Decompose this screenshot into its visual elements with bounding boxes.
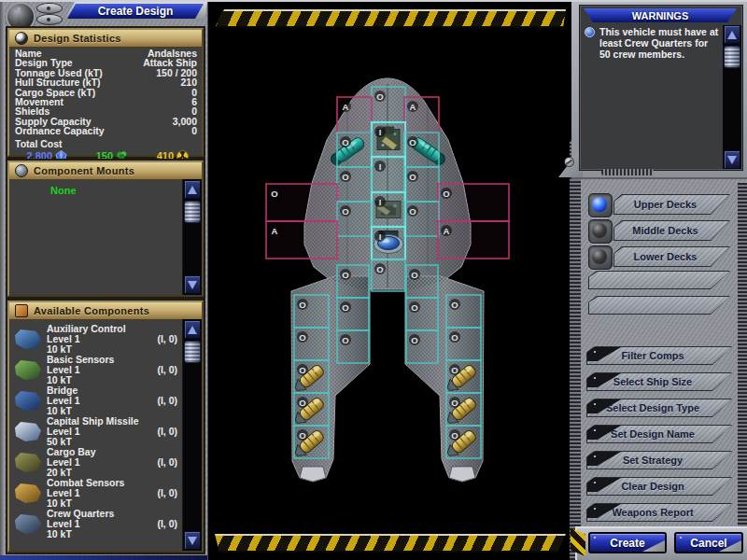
slot-label: O xyxy=(411,335,417,345)
component-info: (I, 0) xyxy=(157,457,177,468)
component-mounts-panel: Component Mounts None xyxy=(7,161,204,297)
cancel-button[interactable]: Cancel xyxy=(674,532,743,553)
slot-label: I xyxy=(379,231,382,242)
component-list-item[interactable]: Auxiliary ControlLevel 1(I, 0)10 kT xyxy=(9,324,182,355)
slot-label: O xyxy=(451,365,458,375)
slot-label: O xyxy=(299,430,305,441)
deck-button-middle-decks[interactable]: Middle Decks xyxy=(614,221,729,240)
deck-led-2[interactable] xyxy=(588,219,613,244)
slot-label: O xyxy=(409,137,416,147)
component-info: (I, 0) xyxy=(157,396,177,406)
slot-label: O xyxy=(342,172,348,182)
page-title: Create Design xyxy=(67,4,204,19)
scroll-down-button[interactable] xyxy=(724,150,740,169)
slot-label: O xyxy=(271,189,277,199)
mounts-none-item[interactable]: None xyxy=(50,185,77,196)
component-icon-box xyxy=(9,355,47,385)
scroll-thumb[interactable] xyxy=(184,201,201,223)
slot-label: I xyxy=(379,127,382,137)
slot-label: O xyxy=(299,365,305,375)
scroll-up-button[interactable] xyxy=(724,25,740,44)
down-arrow-icon xyxy=(188,537,197,545)
down-arrow-icon xyxy=(188,281,197,289)
component-info: (I, 0) xyxy=(157,334,177,344)
deck-led-3[interactable] xyxy=(588,245,613,270)
component-list: Auxiliary ControlLevel 1(I, 0)10 kTBasic… xyxy=(9,319,182,551)
empty-slot-face xyxy=(589,297,729,314)
auxiliary-control-icon xyxy=(15,329,41,349)
statistics-icon xyxy=(15,32,28,45)
scroll-down-button[interactable] xyxy=(184,531,201,550)
slot-label: O xyxy=(342,335,348,345)
empty-slot-bar xyxy=(588,296,730,315)
component-list-item[interactable]: Combat SensorsLevel 1(I, 0)10 kT xyxy=(9,478,182,509)
hazard-stripe-bottom xyxy=(215,534,566,553)
combat-sensors-icon xyxy=(15,483,41,503)
scroll-up-button[interactable] xyxy=(184,320,201,339)
component-info: (I, 0) xyxy=(157,365,177,375)
slot-label: O xyxy=(342,270,348,280)
deck-button-back: Upper Decks xyxy=(613,194,730,215)
slot-label: O xyxy=(342,206,348,217)
available-components-title: Available Components xyxy=(34,305,149,316)
deck-led-1[interactable] xyxy=(588,193,613,217)
component-list-item[interactable]: Capital Ship MissileLevel 1(I, 0)50 kT xyxy=(9,416,182,447)
slot-label: O xyxy=(299,332,305,343)
action-button-back: Filter Comps xyxy=(586,346,732,365)
mounts-icon xyxy=(15,164,28,177)
window-option-button-2[interactable] xyxy=(36,14,63,25)
component-list-item[interactable]: Cargo BayLevel 1(I, 0)20 kT xyxy=(9,447,182,478)
deck-button-lower-decks[interactable]: Lower Decks xyxy=(614,247,729,266)
component-text: Auxiliary ControlLevel 1(I, 0)10 kT xyxy=(47,324,182,355)
screen-edge-top xyxy=(0,0,747,2)
design-canvas: OAAIOOIOOOOIOOAAIOOOOOOOOOOOOOOOOO xyxy=(207,0,571,560)
available-components-panel: Available Components Auxiliary ControlLe… xyxy=(7,301,204,553)
deck-button-back: Lower Decks xyxy=(613,246,730,267)
slot-label: I xyxy=(379,197,382,207)
crew-quarters-icon xyxy=(15,514,41,534)
scroll-thumb[interactable] xyxy=(724,46,740,68)
action-button-back: Set Strategy xyxy=(586,451,732,469)
component-list-item[interactable]: Crew QuartersLevel 1(I, 0)10 kT xyxy=(9,509,182,539)
down-arrow-icon xyxy=(727,156,737,164)
slot-label: A xyxy=(410,102,416,112)
component-list-item[interactable]: Basic SensorsLevel 1(I, 0)10 kT xyxy=(9,355,182,385)
warning-message: This vehicle must have at least Crew Qua… xyxy=(585,26,721,60)
up-arrow-icon xyxy=(727,31,737,39)
mounts-scrollbar[interactable] xyxy=(182,179,202,295)
empty-slot-face xyxy=(589,272,729,288)
component-icon-box xyxy=(9,416,47,447)
capital-ship-missile-icon xyxy=(15,422,41,441)
create-button[interactable]: Create xyxy=(588,532,667,553)
slot-label: O xyxy=(409,206,416,217)
action-button-back: Clear Design xyxy=(586,477,732,496)
panel-grip xyxy=(601,169,654,175)
component-mounts-body: None xyxy=(9,179,202,295)
slot-label: O xyxy=(451,398,458,408)
slot-label: O xyxy=(409,172,416,182)
warnings-scrollbar[interactable] xyxy=(723,25,741,169)
slot-label: O xyxy=(342,137,348,147)
warning-bullet-icon xyxy=(585,27,595,37)
available-components-body: Auxiliary ControlLevel 1(I, 0)10 kTBasic… xyxy=(9,319,202,551)
components-icon xyxy=(15,304,28,317)
slot-label: O xyxy=(411,302,417,313)
led-off-icon xyxy=(592,249,607,264)
slot-label: A xyxy=(272,226,278,236)
component-list-item[interactable]: BridgeLevel 1(I, 0)10 kT xyxy=(9,385,182,416)
available-components-header: Available Components xyxy=(9,302,202,320)
ribbed-edge-right xyxy=(738,183,747,560)
window-option-button-1[interactable] xyxy=(36,3,63,14)
component-info: (I, 0) xyxy=(157,488,177,498)
slot-label: O xyxy=(451,300,458,310)
scroll-up-button[interactable] xyxy=(184,180,201,199)
slot-label: O xyxy=(443,189,449,199)
scroll-thumb[interactable] xyxy=(184,341,201,363)
deck-button-upper-decks[interactable]: Upper Decks xyxy=(614,195,729,214)
slot-label: O xyxy=(451,332,458,343)
scroll-down-button[interactable] xyxy=(184,275,201,294)
component-info: (I, 0) xyxy=(157,427,177,437)
component-text: Combat SensorsLevel 1(I, 0)10 kT xyxy=(47,478,182,509)
components-scrollbar[interactable] xyxy=(182,319,202,551)
warnings-list: This vehicle must have at least Crew Qua… xyxy=(585,26,721,60)
